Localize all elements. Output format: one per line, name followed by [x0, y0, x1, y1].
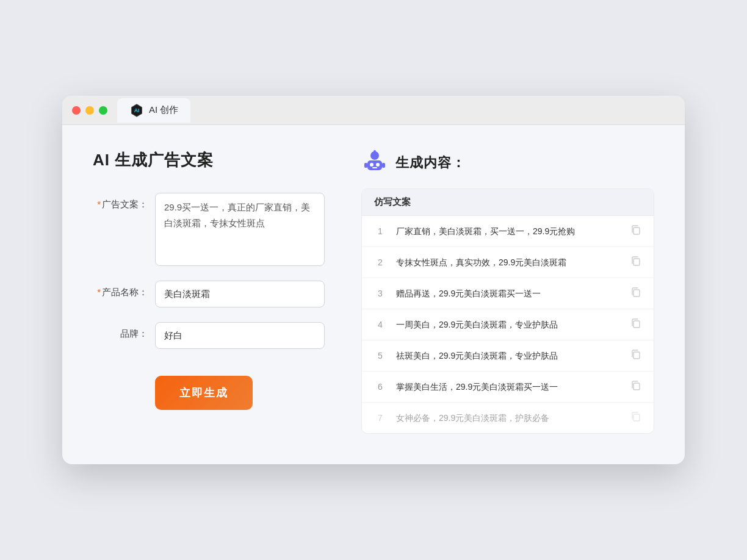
ad-text-label: *广告文案： — [93, 193, 148, 210]
copy-icon[interactable] — [630, 287, 641, 300]
table-row: 1厂家直销，美白淡斑霜，买一送一，29.9元抢购 — [362, 216, 654, 247]
left-panel: AI 生成广告文案 *广告文案： 29.9买一送一，真正的厂家直销，美白淡斑霜，… — [93, 149, 325, 434]
table-row: 5祛斑美白，29.9元美白淡斑霜，专业护肤品 — [362, 340, 654, 372]
row-text: 一周美白，29.9元美白淡斑霜，专业护肤品 — [396, 318, 621, 331]
product-name-group: *产品名称： — [93, 281, 325, 307]
svg-rect-11 — [633, 228, 640, 234]
generate-button[interactable]: 立即生成 — [155, 376, 253, 410]
ad-text-group: *广告文案： 29.9买一送一，真正的厂家直销，美白淡斑霜，专抹女性斑点 — [93, 193, 325, 266]
product-name-label: *产品名称： — [93, 281, 148, 298]
product-name-required-star: * — [97, 287, 101, 297]
copy-icon[interactable] — [630, 318, 641, 331]
copy-icon[interactable] — [630, 380, 641, 393]
table-row: 2专抹女性斑点，真实功效，29.9元美白淡斑霜 — [362, 247, 654, 278]
svg-rect-16 — [633, 383, 640, 390]
close-button[interactable] — [72, 106, 81, 115]
svg-rect-13 — [633, 290, 640, 296]
robot-icon — [361, 149, 388, 176]
row-number: 3 — [374, 289, 386, 298]
row-number: 4 — [374, 320, 386, 329]
svg-rect-3 — [367, 160, 382, 170]
svg-rect-9 — [364, 163, 367, 168]
svg-text:AI: AI — [134, 107, 140, 113]
row-text: 女神必备，29.9元美白淡斑霜，护肤必备 — [396, 412, 621, 425]
results-list: 1厂家直销，美白淡斑霜，买一送一，29.9元抢购 2专抹女性斑点，真实功效，29… — [362, 216, 654, 433]
row-text: 专抹女性斑点，真实功效，29.9元美白淡斑霜 — [396, 256, 621, 269]
row-text: 祛斑美白，29.9元美白淡斑霜，专业护肤品 — [396, 350, 621, 362]
traffic-lights — [72, 106, 107, 115]
title-bar: AI AI 创作 — [62, 96, 685, 125]
results-header: 生成内容： — [361, 149, 654, 176]
svg-rect-14 — [633, 321, 640, 328]
tab-label: AI 创作 — [149, 104, 178, 116]
svg-rect-15 — [633, 352, 640, 359]
ad-text-required-star: * — [97, 199, 101, 209]
brand-input[interactable] — [155, 322, 325, 349]
browser-window: AI AI 创作 AI 生成广告文案 *广告文案： 29.9买一送一，真正的厂家… — [62, 96, 685, 464]
row-number: 7 — [374, 413, 386, 423]
svg-point-8 — [374, 150, 376, 153]
results-table: 仿写文案 1厂家直销，美白淡斑霜，买一送一，29.9元抢购 2专抹女性斑点，真实… — [361, 188, 654, 434]
copy-icon[interactable] — [630, 224, 641, 238]
maximize-button[interactable] — [99, 106, 107, 115]
table-row: 3赠品再送，29.9元美白淡斑霜买一送一 — [362, 278, 654, 309]
row-number: 6 — [374, 382, 386, 392]
svg-point-4 — [370, 163, 374, 167]
brand-label: 品牌： — [93, 322, 148, 340]
results-title: 生成内容： — [395, 154, 466, 172]
product-name-input[interactable] — [155, 281, 325, 307]
table-row: 4一周美白，29.9元美白淡斑霜，专业护肤品 — [362, 309, 654, 340]
copy-icon[interactable] — [630, 411, 641, 425]
svg-rect-17 — [633, 414, 640, 421]
right-panel: 生成内容： 仿写文案 1厂家直销，美白淡斑霜，买一送一，29.9元抢购 2专抹女… — [361, 149, 654, 434]
app-content: AI 生成广告文案 *广告文案： 29.9买一送一，真正的厂家直销，美白淡斑霜，… — [62, 125, 685, 464]
row-number: 1 — [374, 226, 386, 236]
ai-tab[interactable]: AI AI 创作 — [117, 98, 190, 123]
brand-group: 品牌： — [93, 322, 325, 349]
row-text: 赠品再送，29.9元美白淡斑霜买一送一 — [396, 287, 621, 300]
row-number: 5 — [374, 351, 386, 361]
copy-icon[interactable] — [630, 256, 641, 269]
svg-rect-6 — [372, 167, 377, 168]
minimize-button[interactable] — [85, 106, 94, 115]
table-row: 6掌握美白生活，29.9元美白淡斑霜买一送一 — [362, 372, 654, 403]
row-number: 2 — [374, 257, 386, 267]
ad-text-input[interactable]: 29.9买一送一，真正的厂家直销，美白淡斑霜，专抹女性斑点 — [155, 193, 325, 266]
table-header: 仿写文案 — [362, 189, 654, 216]
copy-icon[interactable] — [630, 349, 641, 362]
svg-point-5 — [376, 163, 380, 167]
page-title: AI 生成广告文案 — [93, 149, 325, 171]
row-text: 掌握美白生活，29.9元美白淡斑霜买一送一 — [396, 381, 621, 393]
ai-tab-icon: AI — [129, 103, 144, 118]
table-row: 7女神必备，29.9元美白淡斑霜，护肤必备 — [362, 403, 654, 433]
svg-rect-12 — [633, 259, 640, 265]
svg-rect-10 — [382, 163, 385, 168]
row-text: 厂家直销，美白淡斑霜，买一送一，29.9元抢购 — [396, 225, 621, 238]
